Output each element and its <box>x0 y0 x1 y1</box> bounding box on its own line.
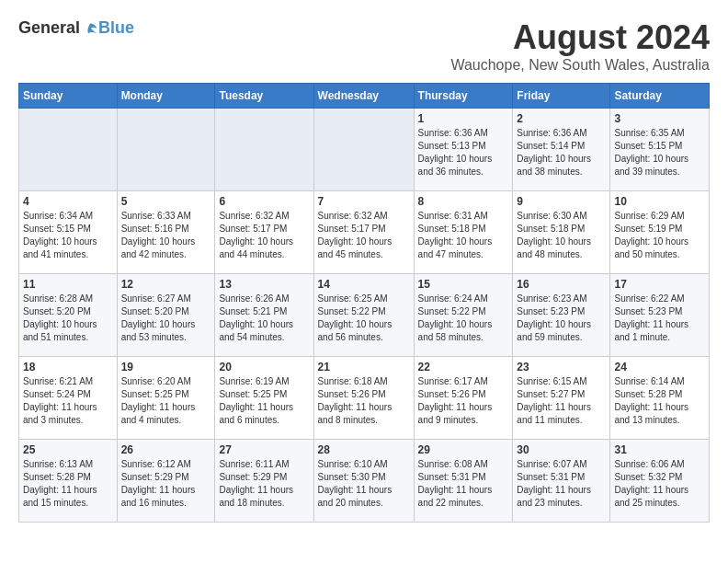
day-number: 9 <box>517 195 606 208</box>
calendar-week-2: 4Sunrise: 6:34 AMSunset: 5:15 PMDaylight… <box>19 191 710 274</box>
calendar-table: SundayMondayTuesdayWednesdayThursdayFrid… <box>18 83 710 523</box>
day-content: Sunrise: 6:25 AMSunset: 5:22 PMDaylight:… <box>318 293 410 344</box>
day-content: Sunrise: 6:12 AMSunset: 5:29 PMDaylight:… <box>121 458 211 510</box>
page-header: General Blue August 2024 Wauchope, New S… <box>18 18 710 74</box>
day-number: 21 <box>318 361 410 373</box>
calendar-cell: 8Sunrise: 6:31 AMSunset: 5:18 PMDaylight… <box>414 191 513 274</box>
day-number: 26 <box>121 443 211 456</box>
calendar-cell <box>19 109 118 191</box>
header-day-friday: Friday <box>513 84 610 109</box>
page-subtitle: Wauchope, New South Wales, Australia <box>450 57 710 74</box>
day-content: Sunrise: 6:30 AMSunset: 5:18 PMDaylight:… <box>517 210 606 261</box>
calendar-cell: 3Sunrise: 6:35 AMSunset: 5:15 PMDaylight… <box>610 109 710 191</box>
day-content: Sunrise: 6:34 AMSunset: 5:15 PMDaylight:… <box>23 210 113 261</box>
calendar-cell: 10Sunrise: 6:29 AMSunset: 5:19 PMDayligh… <box>610 191 710 274</box>
day-content: Sunrise: 6:13 AMSunset: 5:28 PMDaylight:… <box>23 458 113 510</box>
day-content: Sunrise: 6:17 AMSunset: 5:26 PMDaylight:… <box>418 375 509 427</box>
calendar-cell: 17Sunrise: 6:22 AMSunset: 5:23 PMDayligh… <box>610 274 710 357</box>
day-content: Sunrise: 6:26 AMSunset: 5:21 PMDaylight:… <box>219 293 309 344</box>
calendar-cell: 21Sunrise: 6:18 AMSunset: 5:26 PMDayligh… <box>313 357 414 440</box>
calendar-cell <box>117 109 215 191</box>
day-number: 27 <box>219 443 309 456</box>
day-content: Sunrise: 6:35 AMSunset: 5:15 PMDaylight:… <box>614 127 705 178</box>
day-content: Sunrise: 6:36 AMSunset: 5:13 PMDaylight:… <box>418 127 509 178</box>
calendar-cell: 27Sunrise: 6:11 AMSunset: 5:29 PMDayligh… <box>215 440 313 523</box>
day-number: 6 <box>219 195 309 208</box>
calendar-cell: 1Sunrise: 6:36 AMSunset: 5:13 PMDaylight… <box>414 109 513 191</box>
day-number: 20 <box>219 361 309 373</box>
calendar-cell: 18Sunrise: 6:21 AMSunset: 5:24 PMDayligh… <box>19 357 118 440</box>
calendar-cell: 29Sunrise: 6:08 AMSunset: 5:31 PMDayligh… <box>414 440 513 523</box>
logo-bird-icon <box>82 20 98 37</box>
calendar-cell: 23Sunrise: 6:15 AMSunset: 5:27 PMDayligh… <box>513 357 610 440</box>
day-content: Sunrise: 6:10 AMSunset: 5:30 PMDaylight:… <box>318 458 410 510</box>
day-content: Sunrise: 6:11 AMSunset: 5:29 PMDaylight:… <box>219 458 309 510</box>
day-number: 16 <box>517 278 606 291</box>
day-content: Sunrise: 6:31 AMSunset: 5:18 PMDaylight:… <box>418 210 509 261</box>
calendar-cell: 5Sunrise: 6:33 AMSunset: 5:16 PMDaylight… <box>117 191 215 274</box>
day-content: Sunrise: 6:28 AMSunset: 5:20 PMDaylight:… <box>23 293 113 344</box>
day-number: 1 <box>418 112 509 125</box>
day-number: 11 <box>23 278 113 291</box>
calendar-cell: 25Sunrise: 6:13 AMSunset: 5:28 PMDayligh… <box>19 440 118 523</box>
calendar-cell: 13Sunrise: 6:26 AMSunset: 5:21 PMDayligh… <box>215 274 313 357</box>
logo-general-text: General <box>18 18 80 38</box>
day-content: Sunrise: 6:18 AMSunset: 5:26 PMDaylight:… <box>318 375 410 427</box>
day-number: 5 <box>121 195 211 208</box>
header-row: SundayMondayTuesdayWednesdayThursdayFrid… <box>19 84 710 109</box>
day-content: Sunrise: 6:07 AMSunset: 5:31 PMDaylight:… <box>517 458 606 510</box>
day-number: 17 <box>614 278 705 291</box>
day-content: Sunrise: 6:22 AMSunset: 5:23 PMDaylight:… <box>614 293 705 344</box>
calendar-week-3: 11Sunrise: 6:28 AMSunset: 5:20 PMDayligh… <box>19 274 710 357</box>
calendar-cell: 7Sunrise: 6:32 AMSunset: 5:17 PMDaylight… <box>313 191 414 274</box>
calendar-body: 1Sunrise: 6:36 AMSunset: 5:13 PMDaylight… <box>19 109 710 523</box>
calendar-cell: 22Sunrise: 6:17 AMSunset: 5:26 PMDayligh… <box>414 357 513 440</box>
day-number: 22 <box>418 361 509 373</box>
calendar-cell: 9Sunrise: 6:30 AMSunset: 5:18 PMDaylight… <box>513 191 610 274</box>
day-number: 25 <box>23 443 113 456</box>
day-number: 28 <box>318 443 410 456</box>
calendar-cell: 28Sunrise: 6:10 AMSunset: 5:30 PMDayligh… <box>313 440 414 523</box>
day-content: Sunrise: 6:32 AMSunset: 5:17 PMDaylight:… <box>318 210 410 261</box>
calendar-cell: 24Sunrise: 6:14 AMSunset: 5:28 PMDayligh… <box>610 357 710 440</box>
day-number: 15 <box>418 278 509 291</box>
calendar-cell: 2Sunrise: 6:36 AMSunset: 5:14 PMDaylight… <box>513 109 610 191</box>
day-number: 31 <box>614 443 705 456</box>
calendar-cell <box>313 109 414 191</box>
day-number: 3 <box>614 112 705 125</box>
calendar-cell: 31Sunrise: 6:06 AMSunset: 5:32 PMDayligh… <box>610 440 710 523</box>
day-number: 8 <box>418 195 509 208</box>
day-content: Sunrise: 6:27 AMSunset: 5:20 PMDaylight:… <box>121 293 211 344</box>
day-number: 2 <box>517 112 606 125</box>
calendar-cell: 12Sunrise: 6:27 AMSunset: 5:20 PMDayligh… <box>117 274 215 357</box>
day-content: Sunrise: 6:33 AMSunset: 5:16 PMDaylight:… <box>121 210 211 261</box>
header-day-saturday: Saturday <box>610 84 710 109</box>
calendar-cell: 30Sunrise: 6:07 AMSunset: 5:31 PMDayligh… <box>513 440 610 523</box>
day-number: 7 <box>318 195 410 208</box>
day-content: Sunrise: 6:23 AMSunset: 5:23 PMDaylight:… <box>517 293 606 344</box>
day-content: Sunrise: 6:32 AMSunset: 5:17 PMDaylight:… <box>219 210 309 261</box>
day-number: 23 <box>517 361 606 373</box>
day-number: 24 <box>614 361 705 373</box>
day-content: Sunrise: 6:24 AMSunset: 5:22 PMDaylight:… <box>418 293 509 344</box>
header-day-tuesday: Tuesday <box>215 84 313 109</box>
calendar-cell: 4Sunrise: 6:34 AMSunset: 5:15 PMDaylight… <box>19 191 118 274</box>
calendar-cell: 19Sunrise: 6:20 AMSunset: 5:25 PMDayligh… <box>117 357 215 440</box>
day-content: Sunrise: 6:06 AMSunset: 5:32 PMDaylight:… <box>614 458 705 510</box>
calendar-cell: 14Sunrise: 6:25 AMSunset: 5:22 PMDayligh… <box>313 274 414 357</box>
title-block: August 2024 Wauchope, New South Wales, A… <box>450 18 710 74</box>
calendar-week-1: 1Sunrise: 6:36 AMSunset: 5:13 PMDaylight… <box>19 109 710 191</box>
calendar-week-5: 25Sunrise: 6:13 AMSunset: 5:28 PMDayligh… <box>19 440 710 523</box>
day-content: Sunrise: 6:20 AMSunset: 5:25 PMDaylight:… <box>121 375 211 427</box>
day-number: 4 <box>23 195 113 208</box>
calendar-cell <box>215 109 313 191</box>
day-content: Sunrise: 6:14 AMSunset: 5:28 PMDaylight:… <box>614 375 705 427</box>
day-number: 18 <box>23 361 113 373</box>
day-content: Sunrise: 6:36 AMSunset: 5:14 PMDaylight:… <box>517 127 606 178</box>
day-content: Sunrise: 6:19 AMSunset: 5:25 PMDaylight:… <box>219 375 309 427</box>
day-number: 30 <box>517 443 606 456</box>
header-day-monday: Monday <box>117 84 215 109</box>
day-number: 14 <box>318 278 410 291</box>
day-content: Sunrise: 6:21 AMSunset: 5:24 PMDaylight:… <box>23 375 113 427</box>
header-day-wednesday: Wednesday <box>313 84 414 109</box>
